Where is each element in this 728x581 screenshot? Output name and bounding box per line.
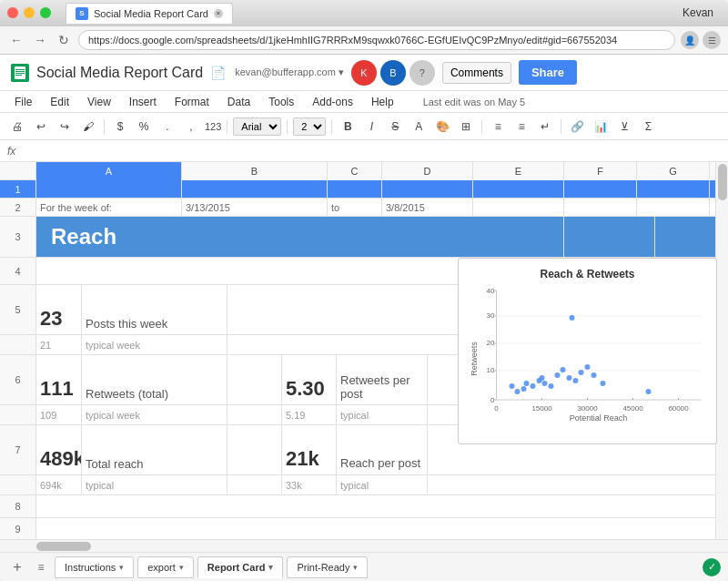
- cell-f7b[interactable]: [428, 475, 728, 494]
- decimal-icon[interactable]: .: [157, 117, 177, 137]
- fill-color-icon[interactable]: 🎨: [432, 117, 452, 137]
- scrollbar-thumb[interactable]: [718, 164, 727, 200]
- cell-a9[interactable]: [36, 518, 728, 539]
- cell-a2[interactable]: For the week of:: [36, 199, 182, 216]
- add-sheet-button[interactable]: +: [7, 557, 27, 577]
- cell-b1[interactable]: [182, 180, 328, 198]
- wrap-icon[interactable]: ↵: [535, 117, 555, 137]
- menu-icon[interactable]: ☰: [703, 31, 721, 49]
- h-scrollbar-thumb[interactable]: [36, 542, 91, 551]
- col-header-g[interactable]: G: [637, 162, 710, 180]
- cell-g2[interactable]: [637, 199, 710, 216]
- cell-e7b[interactable]: typical: [337, 475, 428, 494]
- cell-a6b[interactable]: 109: [36, 405, 82, 424]
- cell-a8[interactable]: [36, 495, 728, 517]
- cell-e7[interactable]: Reach per post: [337, 425, 428, 474]
- share-button[interactable]: Share: [519, 60, 577, 85]
- cell-a7b[interactable]: 694k: [36, 475, 82, 494]
- italic-icon[interactable]: I: [361, 117, 381, 137]
- comments-button[interactable]: Comments: [442, 62, 511, 84]
- cell-e6b[interactable]: typical: [337, 405, 428, 424]
- tab-report-card-dropdown[interactable]: ▾: [268, 563, 273, 572]
- print-icon[interactable]: 🖨: [7, 117, 27, 137]
- cell-a1[interactable]: [36, 180, 182, 198]
- strikethrough-icon[interactable]: S: [385, 117, 405, 137]
- cell-e6[interactable]: Retweets per post: [337, 355, 428, 404]
- percent-icon[interactable]: %: [134, 117, 154, 137]
- refresh-button[interactable]: ↻: [55, 31, 73, 49]
- undo-icon[interactable]: ↩: [31, 117, 51, 137]
- cell-e1[interactable]: [473, 180, 564, 198]
- cell-a5[interactable]: 23: [36, 285, 82, 334]
- redo-icon[interactable]: ↪: [55, 117, 75, 137]
- cell-b2[interactable]: 3/13/2015: [182, 199, 328, 216]
- align-left-icon[interactable]: ≡: [488, 117, 508, 137]
- menu-view[interactable]: View: [80, 94, 118, 110]
- menu-format[interactable]: Format: [167, 94, 217, 110]
- cell-c2[interactable]: to: [328, 199, 382, 216]
- maximize-button[interactable]: [40, 7, 51, 18]
- menu-tools[interactable]: Tools: [261, 94, 301, 110]
- font-size-selector[interactable]: 24: [293, 117, 326, 136]
- back-button[interactable]: ←: [7, 31, 25, 49]
- cell-b5[interactable]: Posts this week: [82, 285, 228, 334]
- tab-export[interactable]: export ▾: [137, 556, 194, 578]
- cell-d7b[interactable]: 33k: [282, 475, 337, 494]
- cell-c6b[interactable]: [228, 405, 282, 424]
- tab-export-dropdown[interactable]: ▾: [179, 563, 184, 572]
- decimal-icon-2[interactable]: ,: [181, 117, 201, 137]
- row-number-4[interactable]: 4: [0, 258, 36, 284]
- menu-data[interactable]: Data: [220, 94, 258, 110]
- borders-icon[interactable]: ⊞: [456, 117, 476, 137]
- tab-print-ready[interactable]: Print-Ready ▾: [287, 556, 368, 578]
- function-icon[interactable]: Σ: [638, 117, 658, 137]
- col-header-a[interactable]: A: [36, 162, 182, 180]
- row-number-7[interactable]: 7: [0, 425, 36, 474]
- tab-close-button[interactable]: ×: [214, 9, 223, 18]
- tab-report-card[interactable]: Report Card ▾: [197, 556, 284, 578]
- tab-print-ready-dropdown[interactable]: ▾: [353, 563, 358, 572]
- cell-b7b[interactable]: typical: [82, 475, 228, 494]
- cell-a5b[interactable]: 21: [36, 335, 82, 354]
- cell-d6[interactable]: 5.30: [282, 355, 337, 404]
- text-color-icon[interactable]: A: [409, 117, 429, 137]
- bold-icon[interactable]: B: [338, 117, 358, 137]
- cell-c7b[interactable]: [228, 475, 282, 494]
- vertical-scrollbar[interactable]: [715, 162, 728, 539]
- cell-b7[interactable]: Total reach: [82, 425, 228, 474]
- forward-button[interactable]: →: [31, 31, 49, 49]
- cell-d6b[interactable]: 5.19: [282, 405, 337, 424]
- cell-a7[interactable]: 489k: [36, 425, 82, 474]
- cell-f2[interactable]: [564, 199, 637, 216]
- menu-help[interactable]: Help: [364, 94, 401, 110]
- row-number-6[interactable]: 6: [0, 355, 36, 404]
- tab-instructions[interactable]: Instructions ▾: [55, 556, 134, 578]
- minimize-button[interactable]: [24, 7, 35, 18]
- close-button[interactable]: [7, 7, 18, 18]
- col-header-e[interactable]: E: [473, 162, 564, 180]
- row-number-8[interactable]: 8: [0, 495, 36, 517]
- cell-g1[interactable]: [637, 180, 710, 198]
- col-header-c[interactable]: C: [328, 162, 382, 180]
- chart-icon[interactable]: 📊: [591, 117, 611, 137]
- horizontal-scrollbar[interactable]: [0, 539, 728, 552]
- browser-tab[interactable]: S Social Media Report Card ×: [66, 3, 233, 24]
- cell-c6[interactable]: [228, 355, 282, 404]
- col-header-b[interactable]: B: [182, 162, 328, 180]
- row-number-2[interactable]: 2: [0, 199, 36, 216]
- menu-file[interactable]: File: [7, 94, 39, 110]
- sheet-list-button[interactable]: ≡: [31, 557, 51, 577]
- menu-edit[interactable]: Edit: [43, 94, 76, 110]
- font-selector[interactable]: Arial: [233, 117, 281, 136]
- col-header-d[interactable]: D: [382, 162, 473, 180]
- cell-f1[interactable]: [564, 180, 637, 198]
- cell-c1[interactable]: [328, 180, 382, 198]
- cell-c7[interactable]: [228, 425, 282, 474]
- cell-b6[interactable]: Retweets (total): [82, 355, 228, 404]
- link-icon[interactable]: 🔗: [567, 117, 587, 137]
- align-center-icon[interactable]: ≡: [511, 117, 531, 137]
- row-number-9[interactable]: 9: [0, 518, 36, 539]
- cell-d2[interactable]: 3/8/2015: [382, 199, 473, 216]
- col-header-f[interactable]: F: [564, 162, 637, 180]
- row-number-1[interactable]: 1: [0, 180, 36, 198]
